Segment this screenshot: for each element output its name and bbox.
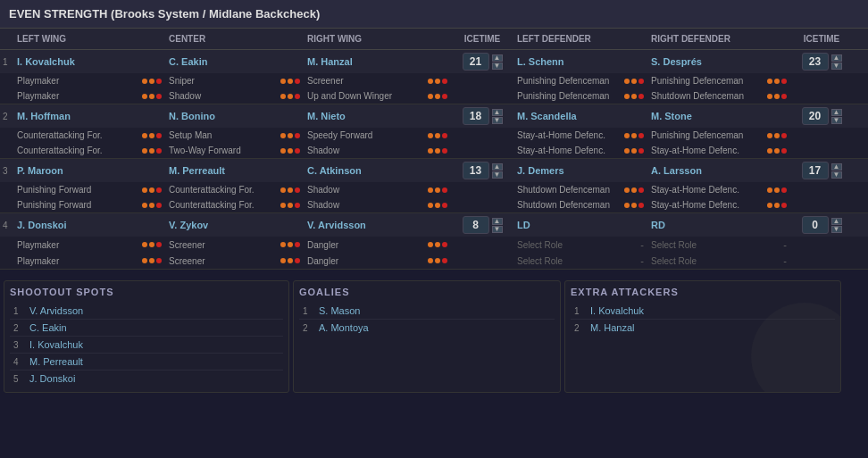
ice-decrease-button[interactable]: ▼ (831, 226, 842, 233)
list-item[interactable]: 4M. Perreault (10, 354, 283, 371)
player-name-cell[interactable]: A. Larsson (647, 163, 790, 178)
player-name-cell[interactable]: V. Arvidsson (304, 218, 451, 232)
ice-decrease-button[interactable]: ▼ (831, 62, 842, 70)
role-dot (774, 148, 780, 154)
role-cell: Screener (304, 74, 451, 87)
player-name-cell[interactable]: LD (513, 218, 647, 232)
icetime2-cell[interactable]: 17▲▼ (790, 160, 853, 181)
ice-decrease-button[interactable]: ▼ (831, 171, 842, 179)
list-item[interactable]: 5J. Donskoi (10, 371, 283, 387)
list-item-number: 2 (303, 323, 313, 333)
icetime-cell[interactable]: 8▲▼ (451, 214, 513, 236)
player-name-cell[interactable]: N. Bonino (165, 109, 304, 123)
ice-increase-button[interactable]: ▲ (831, 109, 842, 116)
line-number: 3 (0, 166, 13, 176)
list-item-name: J. Donskoi (29, 373, 280, 384)
player-name-cell[interactable]: C. Atkinson (304, 163, 451, 178)
role-dot (280, 148, 286, 154)
ice-decrease-button[interactable]: ▼ (492, 62, 503, 70)
role-dot (638, 94, 644, 99)
player-name-cell[interactable]: I. Kovalchuk (13, 54, 165, 69)
role-cell: Speedy Forward (304, 129, 451, 142)
icetime-cell[interactable]: 18▲▼ (451, 105, 513, 127)
role-dot (142, 203, 147, 208)
player-name-cell[interactable]: M. Hanzal (304, 54, 451, 69)
list-item[interactable]: 2A. Montoya (299, 320, 555, 336)
role-dot (149, 258, 154, 263)
goalies-title: GOALIES (299, 287, 555, 297)
role-cell: Select Role- (513, 237, 647, 252)
role-name: Counterattacking For. (169, 185, 255, 195)
player-name: L. Schenn (517, 56, 564, 67)
icetime-cell[interactable]: 13▲▼ (451, 160, 513, 181)
icetime2-cell[interactable]: 0▲▼ (790, 214, 853, 236)
ice-increase-button[interactable]: ▲ (831, 163, 842, 171)
player-name-cell[interactable]: J. Donskoi (13, 218, 165, 232)
player-name-cell[interactable]: C. Eakin (165, 54, 304, 69)
role-dot (288, 187, 293, 193)
player-name-cell[interactable]: M. Perreault (165, 163, 304, 178)
ice-increase-button[interactable]: ▲ (831, 218, 842, 225)
role-name: Stay-at-Home Defenc. (651, 146, 739, 155)
role-cell: Shadow (304, 144, 451, 157)
player-name-cell[interactable]: L. Schenn (513, 54, 647, 69)
line-number: 2 (0, 112, 13, 121)
role-name: Playmaker (17, 76, 59, 86)
role-cell: Dangler (304, 238, 451, 252)
role-cell: Shutdown Defenceman (513, 183, 647, 196)
col-ice: ICETIME (451, 32, 513, 46)
ice-decrease-button[interactable]: ▼ (492, 226, 503, 233)
role-name: Select Role (517, 240, 563, 250)
role-dot (624, 94, 630, 99)
role-dot (280, 187, 286, 193)
player-name: M. Hoffman (17, 111, 71, 121)
player-name: V. Arvidsson (307, 220, 366, 230)
player-name-cell[interactable]: M. Stone (647, 109, 790, 123)
role-name: Stay-at-Home Defenc. (517, 130, 605, 140)
ice-decrease-button[interactable]: ▼ (831, 117, 842, 124)
player-name-cell[interactable]: P. Maroon (13, 163, 165, 178)
ice-decrease-button[interactable]: ▼ (492, 171, 503, 179)
player-name: RD (651, 220, 665, 230)
ice-increase-button[interactable]: ▲ (831, 54, 842, 62)
role-name: Screener (169, 240, 205, 250)
role-dot (435, 187, 440, 193)
player-name-cell[interactable]: J. Demers (513, 163, 647, 178)
list-item[interactable]: 2C. Eakin (10, 320, 283, 337)
ice-increase-button[interactable]: ▲ (492, 163, 503, 171)
role-dot (288, 79, 293, 84)
ice-time-value: 17 (802, 162, 829, 179)
list-item[interactable]: 1V. Arvidsson (10, 303, 283, 320)
role-name: Stay-at-Home Defenc. (651, 200, 739, 210)
line-number: 1 (0, 57, 13, 67)
player-name-cell[interactable]: M. Hoffman (13, 109, 165, 123)
ice-decrease-button[interactable]: ▼ (492, 117, 503, 124)
player-name-cell[interactable]: M. Scandella (513, 109, 647, 123)
role-name: Playmaker (17, 91, 59, 101)
role-name: Punishing Defenceman (651, 76, 743, 86)
role-dot (435, 258, 440, 263)
player-name-cell[interactable]: S. Després (647, 54, 790, 69)
list-item[interactable]: 1S. Mason (299, 303, 555, 320)
icetime2-cell[interactable]: 23▲▼ (790, 51, 853, 72)
player-name-cell[interactable]: RD (647, 218, 790, 232)
list-item-name: A. Montoya (319, 322, 551, 333)
player-row: 3P. MaroonM. PerreaultC. Atkinson13▲▼J. … (0, 159, 868, 182)
ice-increase-button[interactable]: ▲ (492, 109, 503, 116)
col-ice2: ICETIME (790, 32, 853, 46)
role-dot (624, 187, 630, 193)
ice-increase-button[interactable]: ▲ (492, 218, 503, 225)
role-cell: Playmaker (13, 74, 165, 87)
list-item[interactable]: 3I. Kovalchuk (10, 337, 283, 354)
player-name-cell[interactable]: M. Nieto (304, 109, 451, 123)
role-dot (428, 258, 433, 263)
icetime-cell[interactable]: 21▲▼ (451, 51, 513, 72)
line-group: 1I. KovalchukC. EakinM. Hanzal21▲▼L. Sch… (0, 50, 868, 104)
player-name-cell[interactable]: V. Zykov (165, 218, 304, 232)
ice-increase-button[interactable]: ▲ (492, 54, 503, 62)
role-row-1: Punishing ForwardCounterattacking For.Sh… (0, 182, 868, 197)
ice-time-value: 0 (802, 216, 829, 234)
player-name: N. Bonino (169, 111, 215, 121)
role-dot (781, 148, 787, 154)
icetime2-cell[interactable]: 20▲▼ (790, 105, 853, 127)
